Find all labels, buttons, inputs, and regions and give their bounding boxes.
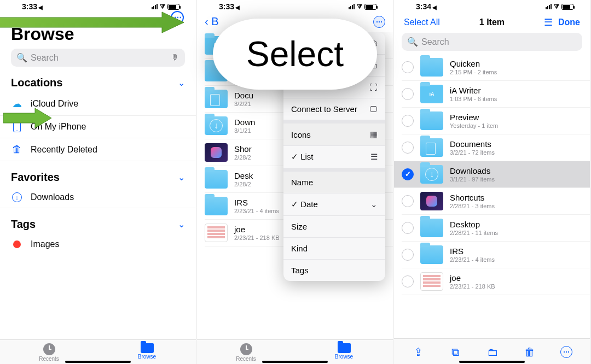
delete-button[interactable]: 🗑 — [523, 346, 536, 359]
file-name: iA Writer — [450, 86, 497, 95]
location-icon: ◀ — [235, 4, 240, 10]
file-row[interactable]: Documents3/2/21 - 72 items — [402, 134, 590, 161]
menu-sort-date[interactable]: Date⌄ — [283, 193, 385, 216]
tag-color-icon — [11, 240, 23, 248]
recents-icon — [43, 343, 55, 355]
file-name: Desk — [234, 171, 253, 180]
checkbox[interactable] — [402, 195, 414, 207]
file-name: Shor — [234, 144, 252, 154]
file-row[interactable]: iAiA Writer1:03 PM - 6 items — [402, 81, 590, 108]
location-icon: ◀ — [38, 4, 43, 10]
status-bar: 3:33◀ ⧩ — [0, 0, 196, 12]
more-button[interactable]: ⋯ — [171, 11, 184, 24]
file-subtitle: 2/28/2 — [234, 154, 252, 161]
dictate-icon[interactable]: 🎙 — [171, 53, 179, 63]
file-row[interactable]: joe2/23/21 - 218 KB — [402, 268, 590, 295]
wifi-icon: ⧩ — [160, 3, 165, 10]
checkbox[interactable] — [402, 115, 414, 127]
tutorial-bubble-select: Select — [213, 19, 377, 90]
done-button[interactable]: Done — [558, 17, 580, 27]
file-subtitle: 2/28/2 — [234, 181, 253, 187]
menu-sort-name[interactable]: Name — [283, 168, 385, 193]
battery-icon — [364, 4, 376, 10]
tab-bar: Recents Browse — [197, 339, 393, 364]
search-field[interactable]: 🔍 Search 🎙 — [11, 49, 185, 67]
checkbox[interactable] — [402, 222, 414, 234]
checkbox[interactable] — [402, 249, 414, 261]
download-icon: ↓ — [11, 192, 23, 202]
location-icloud-drive[interactable]: ☁︎iCloud Drive — [0, 92, 196, 116]
tab-recents[interactable]: Recents — [0, 343, 98, 362]
locations-header[interactable]: Locations ⌄ — [0, 67, 196, 92]
more-button[interactable]: ⋯ — [373, 16, 385, 28]
menu-sort-kind[interactable]: Kind — [283, 238, 385, 260]
file-subtitle: 3/2/21 — [234, 101, 253, 107]
browse-icon — [338, 343, 351, 353]
page-title: Browse — [11, 24, 185, 44]
home-indicator[interactable] — [262, 361, 328, 363]
file-subtitle: 2:15 PM - 2 items — [450, 69, 497, 75]
cloud-icon: ☁︎ — [11, 98, 23, 110]
list-icon: ☰ — [370, 152, 378, 162]
status-time: 3:33 — [22, 2, 37, 11]
menu-icons[interactable]: Icons▦ — [283, 120, 385, 146]
selection-count: 1 Item — [479, 17, 505, 27]
checkbox[interactable] — [402, 88, 414, 100]
file-name: joe — [450, 273, 495, 283]
menu-sort-size[interactable]: Size — [283, 216, 385, 238]
duplicate-button[interactable]: ⧉ — [449, 346, 462, 359]
checkbox[interactable] — [402, 142, 414, 154]
file-subtitle: 2/23/21 - 218 KB — [234, 234, 280, 241]
home-indicator[interactable] — [65, 361, 131, 363]
file-row[interactable]: Shortcuts2/28/21 - 3 items — [402, 188, 590, 215]
file-row[interactable]: Quicken2:15 PM - 2 items — [402, 54, 590, 81]
select-all-button[interactable]: Select All — [404, 17, 440, 27]
file-list: Quicken2:15 PM - 2 itemsiAiA Writer1:03 … — [394, 54, 590, 338]
checkbox[interactable] — [402, 61, 414, 73]
file-row[interactable]: PreviewYesterday - 1 item — [402, 108, 590, 134]
file-subtitle: 2/23/21 - 218 KB — [450, 283, 495, 290]
move-button[interactable]: 🗀 — [486, 346, 499, 359]
menu-sort-tags[interactable]: Tags — [283, 260, 385, 281]
file-name: joe — [234, 225, 280, 234]
home-indicator[interactable] — [459, 361, 525, 363]
cellular-icon — [349, 4, 355, 9]
tab-browse[interactable]: Browse — [98, 343, 196, 362]
file-row[interactable]: Desktop2/28/21 - 11 items — [402, 215, 590, 242]
file-subtitle: 1:03 PM - 6 items — [450, 96, 497, 102]
menu-list[interactable]: List☰ — [283, 146, 385, 168]
favorites-header[interactable]: Favorites ⌄ — [0, 161, 196, 187]
phone-icon — [11, 121, 23, 132]
screenshot-menu-open: 3:33◀ ⧩ ‹ B ⋯ Select iAiA Wr1:03 PPreviY… — [197, 0, 394, 364]
location-icon: ◀ — [432, 4, 437, 10]
file-name: IRS — [234, 198, 279, 207]
status-bar: 3:34◀ ⧩ — [394, 0, 590, 12]
scan-icon: ⛶ — [369, 83, 378, 92]
more-button[interactable]: ⋯ — [560, 346, 572, 358]
location-recently-deleted[interactable]: 🗑Recently Deleted — [0, 138, 196, 161]
chevron-down-icon: ⌄ — [178, 172, 185, 183]
tag-images[interactable]: Images — [0, 234, 196, 255]
tab-bar: Recents Browse — [0, 339, 196, 364]
checkbox[interactable] — [402, 275, 414, 287]
menu-connect-server[interactable]: Connect to Server🖵 — [283, 98, 385, 120]
share-button[interactable]: ⇪ — [412, 345, 425, 359]
file-name: Docu — [234, 91, 253, 100]
list-view-button[interactable]: ☰ — [544, 16, 553, 28]
tab-recents[interactable]: Recents — [197, 343, 295, 362]
favorite-downloads[interactable]: ↓Downloads — [0, 187, 196, 208]
browse-icon — [141, 343, 154, 353]
file-subtitle: 2/23/21 - 4 items — [450, 256, 495, 263]
wifi-icon: ⧩ — [357, 3, 362, 10]
chevron-down-icon: ⌄ — [178, 78, 185, 88]
file-row[interactable]: Downloads3/1/21 - 97 items — [394, 161, 590, 188]
checkbox[interactable] — [402, 168, 414, 180]
file-subtitle: 2/23/21 - 4 items — [234, 208, 279, 214]
tags-header[interactable]: Tags ⌄ — [0, 208, 196, 234]
search-field[interactable]: 🔍 Search — [402, 33, 582, 51]
file-row[interactable]: IRS2/23/21 - 4 items — [402, 242, 590, 268]
back-button[interactable]: ‹ B — [205, 15, 219, 28]
search-icon: 🔍 — [16, 52, 27, 63]
location-on-my-iphone[interactable]: On My iPhone — [0, 116, 196, 138]
tab-browse[interactable]: Browse — [295, 343, 393, 362]
